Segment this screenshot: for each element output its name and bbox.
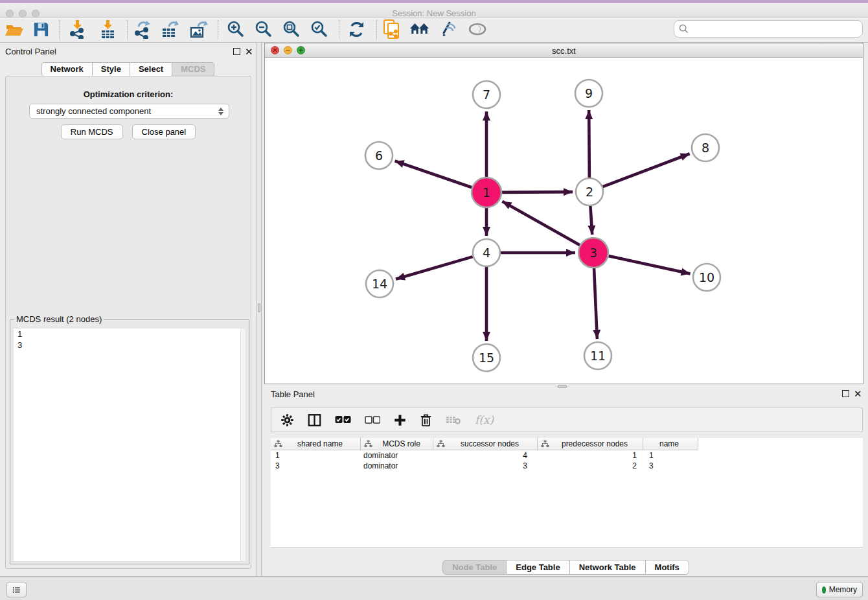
graph-node-10[interactable]: 10 [693,264,720,291]
tab-select[interactable]: Select [130,62,172,76]
add-column-button[interactable] [394,414,406,426]
export-image-icon [189,20,208,39]
table-cell[interactable]: 3 [433,461,538,470]
run-mcds-button[interactable]: Run MCDS [61,124,123,139]
table-row[interactable]: 3dominator323 [271,461,863,471]
select-all-button[interactable] [335,415,351,424]
table-cell[interactable]: 1 [271,451,361,460]
graph-edge-2-3[interactable] [590,206,592,235]
splitter-handle[interactable] [258,303,260,312]
zoom-fit-icon [282,20,300,38]
horizontal-splitter[interactable] [264,384,868,389]
graph-node-4[interactable]: 4 [473,239,500,266]
zoom-fit-button[interactable] [280,18,301,40]
zoom-selected-button[interactable] [308,18,329,40]
column-label: MCDS role [372,439,433,448]
table-panel-close-icon[interactable]: ✕ [854,390,862,397]
network-canvas[interactable]: 7968124314101511 [265,58,863,384]
tab-style[interactable]: Style [92,62,130,76]
checked-boxes-icon [335,415,351,424]
tab-network-table[interactable]: Network Table [569,560,646,575]
graph-edge-2-9[interactable] [589,110,589,178]
graph-edge-4-14[interactable] [396,257,473,279]
search-input[interactable] [692,23,862,36]
graph-node-2[interactable]: 2 [576,178,603,205]
new-network-button[interactable] [382,18,402,40]
import-table-button[interactable] [97,18,118,40]
deselect-all-button[interactable] [365,416,380,424]
first-neighbors-button[interactable] [409,18,430,40]
graph-node-8[interactable]: 8 [692,134,719,161]
close-panel-button[interactable]: Close panel [132,124,196,139]
tab-node-table[interactable]: Node Table [442,560,507,575]
graph-edge-1-2[interactable] [502,192,573,192]
column-header-MCDS-role[interactable]: MCDS role [361,438,433,450]
memory-status-icon [822,586,826,594]
refresh-icon [348,21,365,38]
column-header-shared-name[interactable]: shared name [271,438,361,450]
hide-details-button[interactable] [438,18,459,40]
graph-edge-3-1[interactable] [502,202,580,245]
column-header-successor-nodes[interactable]: successor nodes [433,438,538,450]
control-panel-close-icon[interactable]: ✕ [245,48,253,55]
refresh-layout-button[interactable] [346,18,367,40]
table-row[interactable]: 1dominator411 [271,450,863,461]
table-cell[interactable]: 3 [643,461,698,470]
graph-node-7[interactable]: 7 [473,81,500,108]
graph-node-6[interactable]: 6 [365,142,393,169]
table-cell[interactable]: 2 [538,461,643,470]
graph-edge-1-6[interactable] [395,161,472,187]
graph-node-1[interactable]: 1 [472,178,501,207]
graph-node-3[interactable]: 3 [578,238,608,268]
task-history-button[interactable] [6,582,27,597]
tab-network[interactable]: Network [41,62,93,76]
splitter-handle[interactable] [558,385,567,388]
search-field[interactable] [674,20,863,38]
table-body: 1dominator4113dominator323 [271,450,863,471]
table-cell[interactable]: 4 [433,451,538,460]
column-label: predecessor nodes [549,439,643,448]
tab-edge-table[interactable]: Edge Table [506,560,569,575]
graph-node-15[interactable]: 15 [473,344,500,371]
vertical-splitter[interactable] [257,43,262,576]
memory-button[interactable]: Memory [816,582,863,597]
zoom-in-button[interactable] [225,18,246,40]
graph-edge-3-11[interactable] [594,268,597,339]
column-header-predecessor-nodes[interactable]: predecessor nodes [538,438,643,450]
table-cell[interactable]: dominator [361,451,433,460]
delete-column-button[interactable] [420,413,432,427]
zoom-out-button[interactable] [253,18,273,40]
graph-edge-2-8[interactable] [603,154,690,187]
table-cell[interactable]: 3 [271,461,361,470]
table-cell[interactable]: 1 [643,451,698,460]
table-settings-button[interactable] [280,413,294,427]
graph-node-9[interactable]: 9 [575,80,602,107]
svg-text:4: 4 [483,246,490,260]
graph-node-14[interactable]: 14 [366,270,393,297]
export-network-button[interactable] [131,18,152,40]
tab-motifs[interactable]: Motifs [645,560,689,575]
network-window-titlebar[interactable]: ✕ − + scc.txt [265,43,863,58]
delete-table-button[interactable] [446,415,461,425]
split-panel-button[interactable] [308,413,321,427]
svg-text:3: 3 [589,246,597,260]
table-panel-float-icon[interactable] [842,390,849,397]
column-header-name[interactable]: name [643,438,698,450]
import-network-button[interactable] [67,18,87,40]
control-panel-float-icon[interactable] [233,48,240,55]
export-image-button[interactable] [188,18,209,40]
result-scrollbar[interactable] [240,329,246,561]
optimization-criterion-select[interactable]: strongly connected component [29,104,229,119]
export-table-button[interactable] [159,18,180,40]
table-cell[interactable]: dominator [361,461,433,470]
graph-edge-3-10[interactable] [608,256,690,273]
optimization-criterion-value: strongly connected component [36,106,218,116]
save-session-button[interactable] [30,18,51,40]
graph-node-11[interactable]: 11 [584,342,611,369]
table-cell[interactable]: 1 [538,451,643,460]
tab-mcds[interactable]: MCDS [172,62,214,76]
function-builder-button[interactable]: f(x) [475,413,494,426]
open-session-button[interactable] [4,18,25,40]
mcds-result-text[interactable]: 13 [13,328,246,562]
show-graphics-button[interactable] [467,18,488,40]
